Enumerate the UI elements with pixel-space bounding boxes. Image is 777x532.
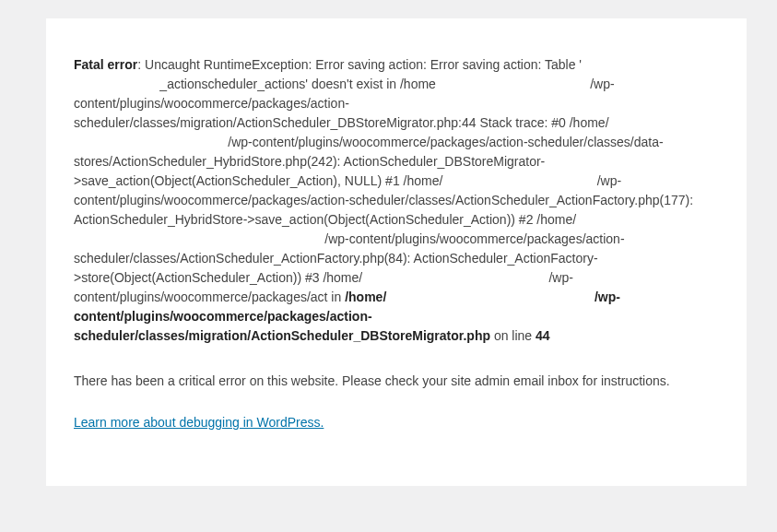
debug-link[interactable]: Learn more about debugging in WordPress. <box>74 415 324 430</box>
fatal-error-message: Fatal error: Uncaught RuntimeException: … <box>74 55 719 346</box>
error-container: Fatal error: Uncaught RuntimeException: … <box>46 18 747 486</box>
error-spacing-4 <box>442 173 596 188</box>
critical-error-notice: There has been a critical error on this … <box>74 373 719 388</box>
error-spacing-7 <box>386 290 595 304</box>
error-text-1: : Uncaught RuntimeException: Error savin… <box>137 57 582 72</box>
error-spacing-3 <box>74 135 228 149</box>
error-bold-path: /home/ <box>345 290 386 304</box>
on-line-text: on line <box>490 328 536 343</box>
error-spacing-2 <box>436 77 590 91</box>
error-text-2: _actionscheduler_actions' doesn't exist … <box>159 77 436 91</box>
line-number: 44 <box>536 328 550 343</box>
error-spacing-5 <box>74 231 324 246</box>
error-spacing-1 <box>74 77 159 91</box>
fatal-error-label: Fatal error <box>74 57 137 72</box>
error-spacing-6 <box>362 270 548 285</box>
